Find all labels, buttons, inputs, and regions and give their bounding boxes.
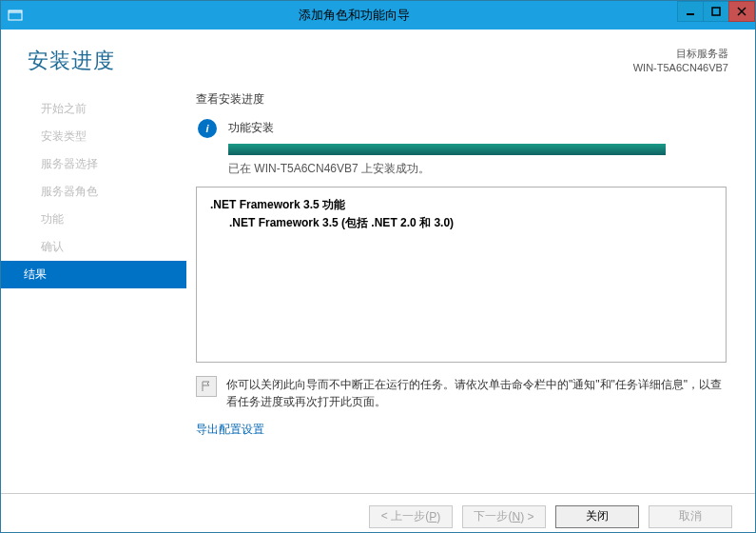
install-progress-bar (228, 144, 666, 155)
step-install-type: 安装类型 (1, 123, 186, 150)
close-window-button[interactable] (728, 1, 755, 22)
wizard-main-panel: 查看安装进度 i 功能安装 已在 WIN-T5A6CN46VB7 上安装成功。 … (186, 91, 755, 493)
progress-message: 已在 WIN-T5A6CN46VB7 上安装成功。 (228, 161, 727, 177)
installed-features-box: .NET Framework 3.5 功能 .NET Framework 3.5… (196, 187, 727, 363)
minimize-button[interactable] (677, 1, 704, 22)
feature-child: .NET Framework 3.5 (包括 .NET 2.0 和 3.0) (210, 215, 712, 231)
note-text: 你可以关闭此向导而不中断正在运行的任务。请依次单击命令栏中的"通知"和"任务详细… (226, 376, 727, 410)
step-server-selection: 服务器选择 (1, 150, 186, 178)
window-title: 添加角色和功能向导 (29, 7, 678, 24)
window-titlebar: 添加角色和功能向导 (1, 1, 755, 30)
previous-button: < 上一步(P) (369, 505, 453, 528)
section-title: 查看安装进度 (196, 91, 727, 108)
cancel-button: 取消 (649, 505, 732, 528)
export-config-link[interactable]: 导出配置设置 (196, 422, 727, 438)
maximize-button[interactable] (703, 1, 729, 22)
svg-rect-3 (712, 8, 720, 15)
background-task-note: 你可以关闭此向导而不中断正在运行的任务。请依次单击命令栏中的"通知"和"任务详细… (196, 376, 727, 410)
app-icon (1, 1, 29, 30)
step-results[interactable]: 结果 (1, 261, 186, 288)
close-button[interactable]: 关闭 (555, 505, 639, 528)
svg-rect-1 (9, 10, 22, 13)
step-before-you-begin: 开始之前 (1, 95, 186, 123)
wizard-header: 安装进度 目标服务器 WIN-T5A6CN46VB7 (1, 30, 755, 82)
step-server-roles: 服务器角色 (1, 178, 186, 206)
wizard-steps-sidebar: 开始之前 安装类型 服务器选择 服务器角色 功能 确认 结果 (1, 91, 186, 493)
next-button: 下一步(N) > (462, 505, 546, 528)
flag-icon (196, 376, 217, 397)
target-server-label: 目标服务器 (633, 47, 728, 61)
status-label: 功能安装 (228, 120, 274, 136)
step-confirmation: 确认 (1, 233, 186, 261)
target-server-block: 目标服务器 WIN-T5A6CN46VB7 (633, 47, 728, 76)
feature-parent: .NET Framework 3.5 功能 (210, 197, 712, 213)
step-features: 功能 (1, 206, 186, 233)
target-server-value: WIN-T5A6CN46VB7 (633, 61, 728, 75)
info-icon: i (198, 119, 217, 138)
wizard-footer: < 上一步(P) 下一步(N) > 关闭 取消 (1, 493, 755, 533)
page-title: 安装进度 (28, 47, 115, 75)
